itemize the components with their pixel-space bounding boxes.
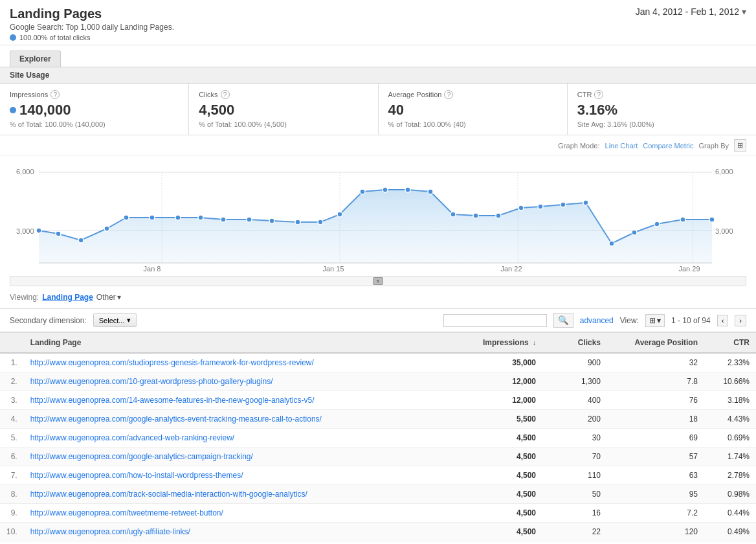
subtitle: Google Search: Top 1,000 daily Landing P… xyxy=(10,23,174,32)
pagination-info: 1 - 10 of 94 xyxy=(671,316,711,325)
svg-point-34 xyxy=(561,202,566,207)
table-row: 5. http://www.eugenoprea.com/advanced-we… xyxy=(0,429,756,448)
table-row: 3. http://www.eugenoprea.com/14-awesome-… xyxy=(0,391,756,410)
line-chart-svg: 6,000 3,000 6,000 3,000 xyxy=(10,163,746,273)
row-clicks: 110 xyxy=(542,466,607,485)
date-range-arrow-icon: ▾ xyxy=(742,6,746,17)
metric-avg-position: Average Position ? 40 % of Total: 100.00… xyxy=(379,84,568,135)
col-ctr-header[interactable]: CTR xyxy=(704,333,756,354)
row-url[interactable]: http://www.eugenoprea.com/tweetmeme-retw… xyxy=(24,504,465,523)
row-avg-pos: 18 xyxy=(607,410,704,429)
chart-scrollbar[interactable]: ▼ xyxy=(10,276,746,286)
row-impressions: 4,500 xyxy=(465,466,542,485)
row-avg-pos: 120 xyxy=(607,523,704,541)
svg-point-39 xyxy=(680,217,685,222)
row-clicks: 70 xyxy=(542,448,607,466)
clicks-value: 4,500 xyxy=(199,102,234,119)
row-url[interactable]: http://www.eugenoprea.com/google-analyti… xyxy=(24,448,465,466)
table-row: 9. http://www.eugenoprea.com/tweetmeme-r… xyxy=(0,504,756,523)
graph-mode-label: Graph Mode: xyxy=(558,142,599,150)
search-input[interactable] xyxy=(443,314,547,327)
impressions-help[interactable]: ? xyxy=(50,90,60,99)
other-dropdown[interactable]: Other ▾ xyxy=(96,293,121,302)
clicks-help[interactable]: ? xyxy=(221,90,230,99)
secondary-dim-select[interactable]: Select... ▾ xyxy=(93,313,137,327)
svg-point-32 xyxy=(518,205,524,210)
row-url[interactable]: http://www.eugenoprea.com/14-awesome-fea… xyxy=(24,391,465,410)
svg-point-25 xyxy=(360,189,365,194)
svg-text:3,000: 3,000 xyxy=(16,227,34,235)
svg-point-24 xyxy=(337,212,342,217)
svg-text:6,000: 6,000 xyxy=(16,168,34,176)
row-clicks: 1,300 xyxy=(542,372,607,391)
row-number: 1. xyxy=(0,353,24,372)
chart-container: 6,000 3,000 6,000 3,000 xyxy=(10,163,746,273)
scrollbar-thumb[interactable]: ▼ xyxy=(373,277,383,285)
svg-point-28 xyxy=(428,189,433,194)
viewing-row: Viewing: Landing Page Other ▾ xyxy=(0,286,756,309)
row-url[interactable]: http://www.eugenoprea.com/advanced-web-r… xyxy=(24,429,465,448)
row-number: 6. xyxy=(0,448,24,466)
row-number: 8. xyxy=(0,485,24,504)
svg-point-31 xyxy=(496,213,501,218)
row-number: 7. xyxy=(0,466,24,485)
advanced-link[interactable]: advanced xyxy=(580,316,614,325)
row-impressions: 12,000 xyxy=(465,391,542,410)
row-avg-pos: 7.2 xyxy=(607,504,704,523)
metrics-row: Impressions ? 140,000 % of Total: 100.00… xyxy=(0,84,756,135)
table-row: 4. http://www.eugenoprea.com/google-anal… xyxy=(0,410,756,429)
row-ctr: 2.78% xyxy=(704,466,756,485)
col-impressions-header[interactable]: Impressions ↓ xyxy=(465,333,542,354)
row-avg-pos: 69 xyxy=(607,429,704,448)
impressions-sub: % of Total: 100.00% (140,000) xyxy=(10,120,179,128)
row-url[interactable]: http://www.eugenoprea.com/studiopress-ge… xyxy=(24,353,465,372)
ctr-sub: Site Avg: 3.16% (0.00%) xyxy=(577,120,746,128)
graph-by-icon[interactable]: ⊞ xyxy=(734,139,746,152)
table-row: 7. http://www.eugenoprea.com/how-to-inst… xyxy=(0,466,756,485)
svg-point-14 xyxy=(104,226,109,231)
row-number: 2. xyxy=(0,372,24,391)
next-page-btn[interactable]: › xyxy=(735,315,746,326)
svg-text:Jan 15: Jan 15 xyxy=(322,265,344,273)
row-impressions: 4,500 xyxy=(465,485,542,504)
svg-point-36 xyxy=(609,241,614,246)
row-url[interactable]: http://www.eugenoprea.com/track-social-m… xyxy=(24,485,465,504)
row-clicks: 400 xyxy=(542,391,607,410)
col-avg-position-header[interactable]: Average Position xyxy=(607,333,704,354)
view-toggle[interactable]: ⊞ ▾ xyxy=(645,314,665,327)
explorer-tab[interactable]: Explorer xyxy=(10,51,61,67)
metric-ctr: CTR ? 3.16% Site Avg: 3.16% (0.00%) xyxy=(568,84,756,135)
row-url[interactable]: http://www.eugenoprea.com/google-analyti… xyxy=(24,410,465,429)
row-ctr: 1.74% xyxy=(704,448,756,466)
row-ctr: 4.43% xyxy=(704,410,756,429)
select-arrow-icon: ▾ xyxy=(127,316,131,324)
blue-dot-icon xyxy=(10,34,16,41)
row-url[interactable]: http://www.eugenoprea.com/10-great-wordp… xyxy=(24,372,465,391)
avg-position-help[interactable]: ? xyxy=(444,90,453,99)
landing-page-link[interactable]: Landing Page xyxy=(42,293,93,302)
svg-point-23 xyxy=(318,220,323,225)
svg-text:6,000: 6,000 xyxy=(715,168,733,176)
prev-page-btn[interactable]: ‹ xyxy=(717,315,729,326)
row-ctr: 10.66% xyxy=(704,372,756,391)
data-table: Landing Page Impressions ↓ Clicks Averag… xyxy=(0,332,756,541)
line-chart-btn[interactable]: Line Chart xyxy=(605,142,638,150)
row-number: 4. xyxy=(0,410,24,429)
svg-point-37 xyxy=(632,230,637,235)
compare-metric-btn[interactable]: Compare Metric xyxy=(643,142,693,150)
row-avg-pos: 32 xyxy=(607,353,704,372)
col-landing-page-header[interactable]: Landing Page xyxy=(24,333,465,354)
row-number: 10. xyxy=(0,523,24,541)
col-clicks-header[interactable]: Clicks xyxy=(542,333,607,354)
chart-area: 6,000 3,000 6,000 3,000 xyxy=(0,156,756,276)
ctr-help[interactable]: ? xyxy=(594,90,603,99)
date-range[interactable]: Jan 4, 2012 - Feb 1, 2012 ▾ xyxy=(636,6,746,17)
row-url[interactable]: http://www.eugenoprea.com/how-to-install… xyxy=(24,466,465,485)
clicks-sub: % of Total: 100.00% (4,500) xyxy=(199,120,368,128)
row-url[interactable]: http://www.eugenoprea.com/ugly-affiliate… xyxy=(24,523,465,541)
row-avg-pos: 7.8 xyxy=(607,372,704,391)
table-row: 8. http://www.eugenoprea.com/track-socia… xyxy=(0,485,756,504)
search-button[interactable]: 🔍 xyxy=(553,313,573,328)
row-impressions: 4,500 xyxy=(465,523,542,541)
svg-point-40 xyxy=(709,217,715,222)
